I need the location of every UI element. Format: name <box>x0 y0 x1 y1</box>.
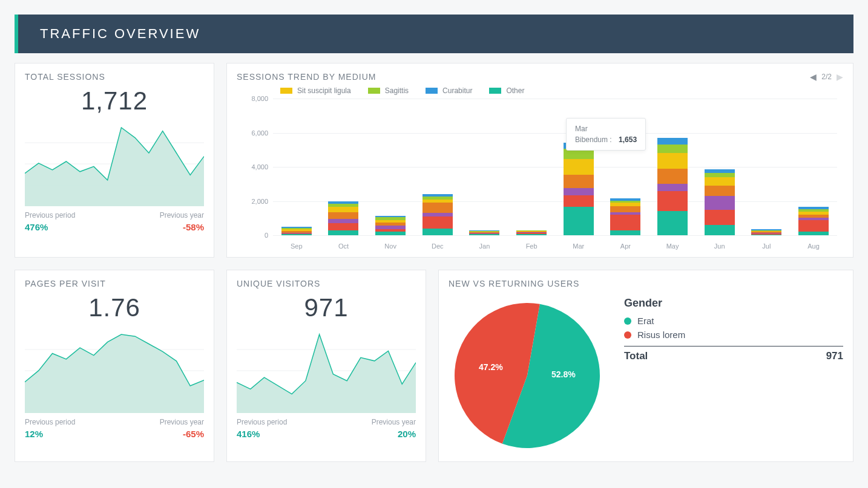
card-title: TOTAL SESSIONS <box>25 72 204 82</box>
pie-chart[interactable]: 52.8%47.2% <box>449 297 606 454</box>
legend-label: Other <box>506 86 524 95</box>
bar-segment <box>328 219 358 223</box>
bar-column[interactable] <box>328 201 358 235</box>
bar-column[interactable] <box>610 198 640 235</box>
bar-segment <box>610 215 640 230</box>
bar-segment <box>422 203 453 213</box>
bar-segment <box>705 186 735 196</box>
legend-label: Sit suscipit ligula <box>297 86 351 95</box>
prev-year-label: Previous year <box>160 418 204 426</box>
pie-legend-item[interactable]: Risus lorem <box>624 330 843 340</box>
bar-column[interactable] <box>516 230 547 235</box>
prev-period-label: Previous period <box>237 418 287 426</box>
prev-period-value: 416% <box>237 429 287 439</box>
bar-column[interactable] <box>657 138 688 235</box>
unique-visitors-sparkline <box>237 328 416 413</box>
pager-next-icon[interactable]: ▶ <box>837 72 843 82</box>
bar-column[interactable] <box>798 207 829 235</box>
pie-slice-pct: 47.2% <box>479 362 503 372</box>
legend-swatch <box>426 88 438 94</box>
pages-per-visit-value: 1.76 <box>25 293 204 322</box>
bar-segment <box>564 207 594 235</box>
legend-item[interactable]: Sit suscipit ligula <box>280 86 351 95</box>
prev-year-value: 20% <box>398 429 416 439</box>
card-title: NEW VS RETURNING USERS <box>449 279 843 288</box>
total-sessions-sparkline <box>25 122 204 206</box>
chart-legend: Sit suscipit ligula Sagittis Curabitur O… <box>280 86 843 95</box>
bar-segment <box>798 232 829 235</box>
legend-dot-icon <box>624 317 631 325</box>
legend-label: Sagittis <box>385 86 409 95</box>
x-tick-label: Mar <box>564 242 594 250</box>
bar-segment <box>564 159 594 174</box>
pie-total-label: Total <box>624 350 648 362</box>
prev-year-value: -65% <box>183 429 204 439</box>
bar-segment <box>705 196 735 210</box>
bar-segment <box>657 191 688 212</box>
pie-legend-items: Erat Risus lorem <box>624 316 843 340</box>
legend-swatch <box>280 88 292 94</box>
bar-segment <box>564 149 594 159</box>
bar-column[interactable] <box>375 216 406 235</box>
sessions-bar-chart[interactable]: 02,0004,0006,0008,000SepOctNovDecJanFebM… <box>273 99 837 250</box>
legend-dot-icon <box>624 331 631 339</box>
pager-prev-icon[interactable]: ◀ <box>810 72 817 82</box>
total-sessions-value: 1,712 <box>25 86 204 115</box>
legend-item[interactable]: Curabitur <box>426 86 472 95</box>
prev-period-value: 12% <box>25 429 75 439</box>
bar-segment <box>375 232 406 235</box>
bar-segment <box>657 138 688 145</box>
card-sessions-by-medium: SESSIONS TREND BY MEDIUM ◀ 2/2 ▶ Sit sus… <box>226 63 853 258</box>
bar-segment <box>798 220 829 232</box>
bar-column[interactable] <box>751 229 781 235</box>
bar-column[interactable] <box>281 227 312 235</box>
bar-segment <box>564 195 594 207</box>
x-tick-label: Apr <box>610 242 640 250</box>
pie-legend-title: Gender <box>624 297 843 310</box>
pages-per-visit-sparkline <box>25 328 204 413</box>
legend-item[interactable]: Other <box>489 86 524 95</box>
legend-label: Risus lorem <box>637 330 685 340</box>
bar-segment <box>657 145 688 153</box>
chart-pager: ◀ 2/2 ▶ <box>810 72 843 82</box>
x-tick-label: Dec <box>422 242 453 250</box>
bar-column[interactable] <box>422 194 453 235</box>
bar-segment <box>705 210 735 225</box>
prev-year-label: Previous year <box>160 211 204 220</box>
bar-segment <box>564 188 594 195</box>
x-tick-label: Jan <box>469 242 499 250</box>
prev-period-label: Previous period <box>25 418 75 426</box>
legend-swatch <box>368 88 380 94</box>
prev-period-label: Previous period <box>25 211 75 220</box>
card-title: SESSIONS TREND BY MEDIUM <box>237 72 843 82</box>
bar-segment <box>657 169 688 184</box>
bar-column[interactable] <box>705 169 735 235</box>
x-tick-label: Aug <box>798 242 829 250</box>
pie-slice-pct: 52.8% <box>551 369 576 379</box>
bar-column[interactable] <box>469 230 499 235</box>
bar-segment <box>328 212 358 219</box>
bar-segment <box>705 225 735 235</box>
x-tick-label: Jul <box>751 242 781 250</box>
bar-segment <box>705 177 735 186</box>
pie-total-value: 971 <box>826 350 843 362</box>
y-tick-label: 0 <box>242 232 268 239</box>
x-tick-label: Jun <box>705 242 735 250</box>
pie-legend-item[interactable]: Erat <box>624 316 843 326</box>
bar-segment <box>328 230 358 235</box>
card-pages-per-visit: PAGES PER VISIT 1.76 Previous period 12%… <box>15 270 214 462</box>
x-tick-label: May <box>657 242 688 250</box>
x-tick-label: Feb <box>516 242 547 250</box>
legend-swatch <box>489 88 501 94</box>
y-tick-label: 8,000 <box>242 95 268 102</box>
y-tick-label: 4,000 <box>242 163 268 171</box>
bar-segment <box>516 234 547 235</box>
bar-segment <box>610 206 640 212</box>
legend-label: Curabitur <box>442 86 472 95</box>
bar-column[interactable] <box>564 143 594 235</box>
bar-segment <box>657 153 688 168</box>
card-total-sessions: TOTAL SESSIONS 1,712 Previous period 476… <box>15 63 214 258</box>
card-unique-visitors: UNIQUE VISITORS 971 Previous period 416%… <box>226 270 426 462</box>
legend-item[interactable]: Sagittis <box>368 86 409 95</box>
bar-segment <box>328 207 358 212</box>
